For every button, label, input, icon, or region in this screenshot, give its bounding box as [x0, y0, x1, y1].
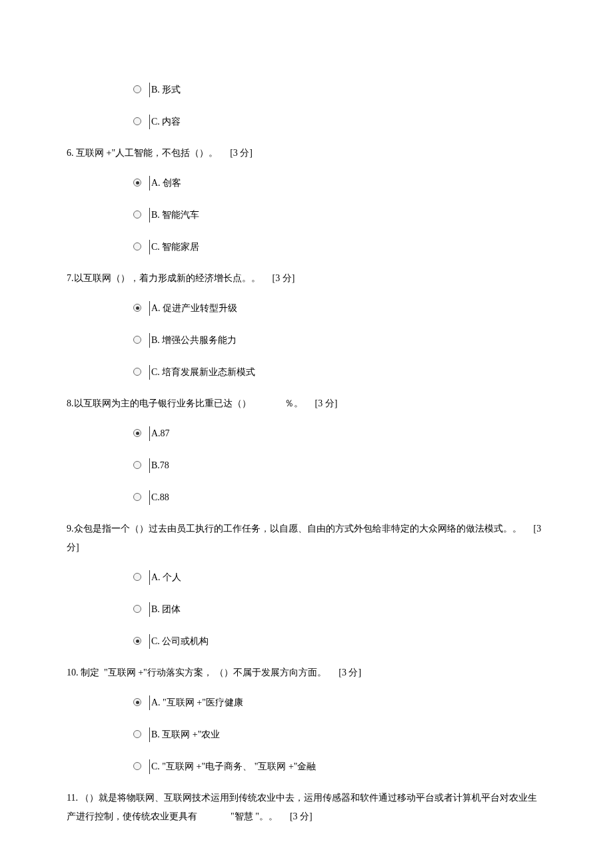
question-number: 9.: [67, 524, 74, 534]
separator: [149, 602, 150, 617]
separator: [149, 83, 150, 97]
q9-option-c[interactable]: C. 公司或机构: [133, 632, 546, 649]
q8-option-b[interactable]: B.78: [133, 456, 546, 473]
separator: [149, 426, 150, 441]
q5-option-c[interactable]: C. 内容: [133, 112, 546, 129]
q8-option-c[interactable]: C.88: [133, 488, 546, 505]
radio-unselected-icon: [133, 242, 141, 250]
question-text: 众包是指一个（）过去由员工执行的工作任务，以自愿、自由的方式外包给非特定的大众网…: [74, 524, 522, 534]
option-label: A.87: [151, 426, 170, 441]
radio-unselected-icon: [133, 211, 141, 218]
question-number: 7.: [67, 273, 74, 283]
option-label: C.88: [151, 490, 169, 505]
question-text: 以互联网为主的电子银行业务比重已达（）: [74, 398, 251, 408]
radio-unselected-icon: [133, 762, 141, 770]
question-text-suffix: ％。: [285, 398, 303, 408]
question-8: 8.以互联网为主的电子银行业务比重已达（）％。[3 分]: [67, 394, 546, 413]
separator: [149, 208, 150, 222]
radio-unselected-icon: [133, 85, 141, 93]
question-text: 互联网 +"人工智能，不包括（）。: [76, 148, 218, 158]
separator: [149, 727, 150, 742]
option-label: C. 培育发展新业态新模式: [151, 365, 255, 380]
radio-unselected-icon: [133, 368, 141, 376]
separator: [149, 570, 150, 585]
q8-option-a[interactable]: A.87: [133, 424, 546, 441]
option-label: C. 智能家居: [151, 240, 199, 254]
option-label: B. 团体: [151, 602, 181, 617]
question-score: [3 分]: [273, 273, 295, 283]
q10-option-c[interactable]: C. "互联网 +"电子商务、 "互联网 +"金融: [133, 757, 546, 774]
option-label: A. "互联网 +"医疗健康: [151, 695, 243, 710]
separator: [149, 458, 150, 473]
q6-option-b[interactable]: B. 智能汽车: [133, 205, 546, 222]
option-label: B. 智能汽车: [151, 208, 199, 222]
radio-unselected-icon: [133, 573, 141, 581]
radio-selected-icon: [133, 179, 141, 187]
radio-unselected-icon: [133, 730, 141, 738]
option-label: B.78: [151, 458, 169, 473]
option-label: A. 个人: [151, 570, 181, 585]
question-10: 10. 制定 "互联网 +"行动落实方案， （）不属于发展方向方面。[3 分]: [67, 663, 546, 682]
question-score: [3 分]: [315, 398, 338, 408]
radio-selected-icon: [133, 304, 141, 312]
question-9: 9.众包是指一个（）过去由员工执行的工作任务，以自愿、自由的方式外包给非特定的大…: [67, 520, 546, 557]
radio-unselected-icon: [133, 336, 141, 344]
option-label: B. 互联网 +"农业: [151, 727, 220, 742]
q10-option-a[interactable]: A. "互联网 +"医疗健康: [133, 693, 546, 710]
question-text-b: "互联网 +"行动落实方案， （）不属于发展方向方面。: [104, 667, 326, 677]
option-label: A. 促进产业转型升级: [151, 301, 237, 316]
separator: [149, 634, 150, 649]
question-score: [3 分]: [230, 148, 253, 158]
option-label: B. 增强公共服务能力: [151, 333, 237, 348]
q10-option-b[interactable]: B. 互联网 +"农业: [133, 725, 546, 742]
radio-selected-icon: [133, 698, 141, 706]
separator: [149, 333, 150, 348]
radio-selected-icon: [133, 637, 141, 645]
separator: [149, 695, 150, 710]
separator: [149, 240, 150, 254]
radio-unselected-icon: [133, 493, 141, 501]
question-11: 11. （）就是将物联网、互联网技术运用到传统农业中去，运用传感器和软件通过移动…: [67, 789, 546, 826]
question-text-a: 制定: [81, 667, 99, 677]
q5-option-b[interactable]: B. 形式: [133, 80, 546, 97]
question-number: 10.: [67, 667, 81, 677]
option-label: C. 公司或机构: [151, 634, 209, 649]
q9-option-b[interactable]: B. 团体: [133, 600, 546, 617]
option-label: B. 形式: [151, 83, 181, 97]
separator: [149, 176, 150, 191]
question-text-b: "智慧 "。。: [231, 811, 278, 821]
q9-option-a[interactable]: A. 个人: [133, 568, 546, 585]
option-label: C. "互联网 +"电子商务、 "互联网 +"金融: [151, 759, 316, 774]
question-text: 以互联网（），着力形成新的经济增长点。。: [74, 273, 261, 283]
option-label: A. 创客: [151, 176, 181, 191]
q6-option-a[interactable]: A. 创客: [133, 173, 546, 191]
separator: [149, 301, 150, 316]
separator: [149, 759, 150, 774]
question-7: 7.以互联网（），着力形成新的经济增长点。。[3 分]: [67, 269, 546, 288]
separator: [149, 365, 150, 380]
question-number: 11.: [67, 793, 80, 803]
question-number: 6.: [67, 148, 76, 158]
question-number: 8.: [67, 398, 74, 408]
question-6: 6. 互联网 +"人工智能，不包括（）。[3 分]: [67, 144, 546, 163]
option-label: C. 内容: [151, 115, 181, 129]
q7-option-c[interactable]: C. 培育发展新业态新模式: [133, 362, 546, 380]
separator: [149, 490, 150, 505]
radio-unselected-icon: [133, 605, 141, 613]
separator: [149, 115, 150, 129]
question-score: [3 分]: [338, 667, 361, 677]
radio-unselected-icon: [133, 117, 141, 125]
radio-unselected-icon: [133, 461, 141, 469]
q7-option-a[interactable]: A. 促进产业转型升级: [133, 298, 546, 316]
q6-option-c[interactable]: C. 智能家居: [133, 237, 546, 254]
q7-option-b[interactable]: B. 增强公共服务能力: [133, 330, 546, 348]
radio-selected-icon: [133, 429, 141, 437]
question-score: [3 分]: [290, 811, 312, 821]
